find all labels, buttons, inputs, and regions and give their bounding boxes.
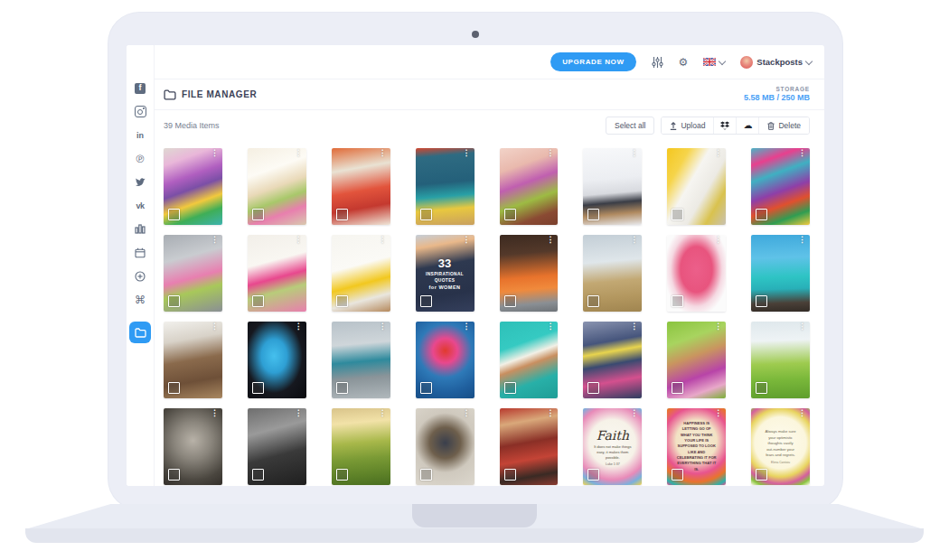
item-checkbox[interactable]	[587, 295, 599, 307]
item-menu-icon[interactable]: ⋮	[798, 322, 806, 331]
item-menu-icon[interactable]: ⋮	[714, 236, 722, 245]
item-menu-icon[interactable]: ⋮	[295, 149, 303, 158]
item-checkbox[interactable]	[336, 209, 348, 220]
item-checkbox[interactable]	[504, 295, 516, 307]
item-menu-icon[interactable]: ⋮	[798, 236, 806, 245]
media-item[interactable]: ⋮	[248, 408, 306, 485]
gear-icon[interactable]: ⚙	[679, 57, 689, 68]
media-item[interactable]: ⋮	[667, 235, 726, 312]
sidebar-item-facebook[interactable]: f	[134, 81, 147, 95]
item-menu-icon[interactable]: ⋮	[798, 409, 806, 418]
item-checkbox[interactable]	[252, 295, 264, 307]
item-checkbox[interactable]	[672, 469, 683, 481]
item-checkbox[interactable]	[504, 382, 516, 394]
media-item[interactable]: ⋮	[500, 408, 559, 485]
media-item[interactable]: ⋮	[751, 322, 810, 398]
item-menu-icon[interactable]: ⋮	[211, 409, 219, 418]
media-item[interactable]: ⋮	[416, 322, 474, 398]
media-item[interactable]: ⋮	[583, 235, 642, 312]
item-checkbox[interactable]	[420, 209, 432, 220]
upload-button[interactable]: Upload	[662, 117, 713, 134]
item-menu-icon[interactable]: ⋮	[463, 409, 471, 418]
item-menu-icon[interactable]: ⋮	[798, 149, 806, 158]
media-item[interactable]: ⋮	[751, 148, 810, 225]
media-item[interactable]: ⋮	[751, 235, 810, 312]
dropbox-import-button[interactable]	[713, 117, 736, 134]
item-menu-icon[interactable]: ⋮	[295, 236, 303, 245]
item-menu-icon[interactable]: ⋮	[546, 409, 554, 418]
item-checkbox[interactable]	[756, 295, 767, 307]
item-checkbox[interactable]	[168, 382, 180, 394]
media-item[interactable]: ⋮	[248, 148, 306, 225]
item-checkbox[interactable]	[504, 209, 516, 220]
item-menu-icon[interactable]: ⋮	[379, 322, 387, 331]
media-item[interactable]: ⋮	[416, 408, 474, 485]
filter-sliders-icon[interactable]	[652, 57, 663, 68]
sidebar-item-twitter[interactable]	[134, 175, 147, 189]
media-item[interactable]: ⋮	[164, 322, 222, 398]
item-checkbox[interactable]	[336, 469, 348, 481]
item-menu-icon[interactable]: ⋮	[463, 322, 471, 331]
item-checkbox[interactable]	[252, 469, 264, 481]
media-item[interactable]: ⋮	[164, 408, 222, 485]
item-checkbox[interactable]	[336, 295, 348, 307]
media-item[interactable]: ⋮	[416, 148, 474, 225]
item-checkbox[interactable]	[252, 382, 264, 394]
item-menu-icon[interactable]: ⋮	[211, 322, 219, 331]
sidebar-item-file-manager[interactable]	[129, 322, 151, 343]
media-item[interactable]: ⋮	[500, 322, 559, 398]
media-item[interactable]: ⋮	[332, 322, 390, 398]
language-selector[interactable]	[703, 58, 725, 66]
item-menu-icon[interactable]: ⋮	[379, 236, 387, 245]
sidebar-item-linkedin[interactable]: in	[134, 128, 147, 142]
item-checkbox[interactable]	[672, 382, 683, 394]
media-item[interactable]: ⋮	[583, 322, 642, 398]
upgrade-now-button[interactable]: UPGRADE NOW	[550, 52, 635, 71]
item-checkbox[interactable]	[587, 469, 599, 481]
item-checkbox[interactable]	[420, 295, 432, 307]
item-checkbox[interactable]	[587, 382, 599, 394]
item-menu-icon[interactable]: ⋮	[630, 409, 638, 418]
item-checkbox[interactable]	[336, 382, 348, 394]
media-item[interactable]: ⋮	[164, 148, 222, 225]
item-menu-icon[interactable]: ⋮	[714, 149, 722, 158]
item-menu-icon[interactable]: ⋮	[630, 149, 638, 158]
item-checkbox[interactable]	[756, 209, 767, 220]
item-menu-icon[interactable]: ⋮	[630, 322, 638, 331]
media-item[interactable]: ⋮	[500, 148, 559, 225]
sidebar-item-instagram[interactable]	[134, 105, 147, 118]
media-item[interactable]: ⋮	[248, 235, 306, 312]
media-item[interactable]: ⋮	[500, 235, 559, 312]
select-all-button[interactable]: Select all	[606, 117, 655, 135]
item-checkbox[interactable]	[672, 295, 683, 307]
item-menu-icon[interactable]: ⋮	[295, 322, 303, 331]
item-checkbox[interactable]	[420, 382, 432, 394]
item-menu-icon[interactable]: ⋮	[295, 409, 303, 418]
item-checkbox[interactable]	[420, 469, 432, 481]
item-checkbox[interactable]	[168, 469, 180, 481]
item-checkbox[interactable]	[252, 209, 264, 220]
item-checkbox[interactable]	[756, 382, 767, 394]
media-item[interactable]: ⋮	[164, 235, 222, 312]
item-checkbox[interactable]	[672, 209, 683, 220]
item-menu-icon[interactable]: ⋮	[379, 149, 387, 158]
sidebar-item-pinterest[interactable]: ℗	[134, 152, 147, 165]
media-item[interactable]: ⋮	[667, 148, 726, 225]
item-menu-icon[interactable]: ⋮	[463, 149, 471, 158]
sidebar-item-shortcuts[interactable]: ⌘	[134, 293, 147, 306]
item-menu-icon[interactable]: ⋮	[379, 409, 387, 418]
media-item[interactable]: ⋮	[332, 235, 390, 312]
item-menu-icon[interactable]: ⋮	[546, 149, 554, 158]
media-item[interactable]: ⋮33Inspira­tional quotesfor WOMEN	[416, 235, 474, 312]
media-item[interactable]: ⋮FaithIt does not make things easy, it m…	[583, 408, 642, 485]
media-item[interactable]: ⋮Always make sure your optimistic though…	[751, 408, 810, 485]
sidebar-item-add-account[interactable]	[134, 269, 147, 283]
media-item[interactable]: ⋮	[332, 148, 390, 225]
media-item[interactable]: ⋮	[248, 322, 306, 398]
cloud-import-button[interactable]: ☁	[736, 117, 758, 134]
item-checkbox[interactable]	[756, 469, 767, 481]
delete-button[interactable]: Delete	[758, 117, 809, 134]
sidebar-item-calendar[interactable]	[134, 246, 147, 259]
item-menu-icon[interactable]: ⋮	[546, 236, 554, 245]
item-menu-icon[interactable]: ⋮	[714, 322, 722, 331]
